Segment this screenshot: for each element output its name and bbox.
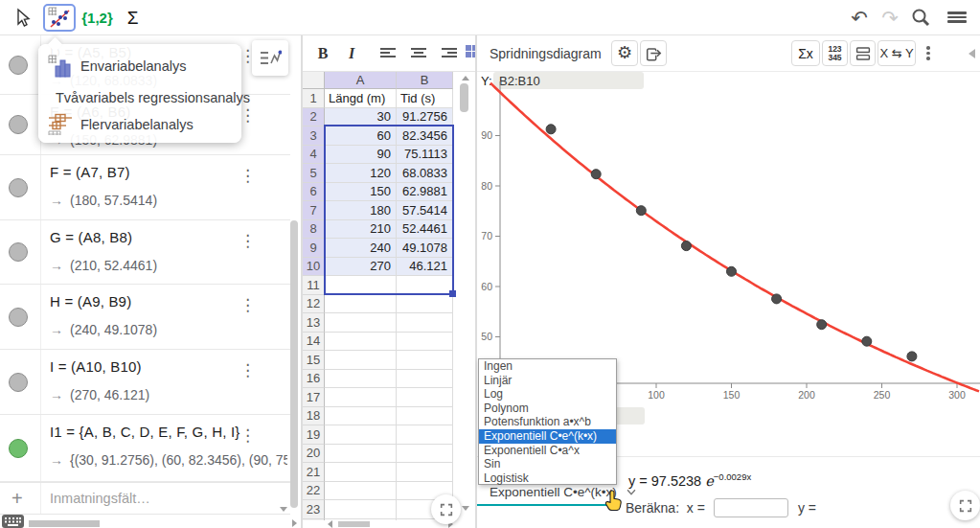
cell-B1[interactable]: Tid (s) bbox=[397, 89, 453, 108]
layout-split-button[interactable] bbox=[850, 40, 876, 66]
cell-A4[interactable]: 90 bbox=[325, 146, 397, 165]
scroll-left-arrow-icon[interactable] bbox=[328, 520, 332, 528]
regression-option[interactable]: Log bbox=[479, 387, 616, 402]
visibility-toggle[interactable] bbox=[9, 373, 28, 392]
cell-A3[interactable]: 60 bbox=[325, 126, 397, 146]
regression-analysis-tool-button[interactable] bbox=[43, 4, 76, 32]
sum-statistics-button[interactable]: Σx bbox=[791, 40, 820, 66]
row-header-7[interactable]: 7 bbox=[303, 201, 325, 220]
cell-A22[interactable] bbox=[325, 482, 397, 501]
scroll-down-arrow-icon[interactable] bbox=[462, 506, 469, 511]
sheet-vertical-scrollbar[interactable] bbox=[460, 83, 468, 112]
regression-option[interactable]: Ingen bbox=[479, 359, 616, 374]
row-header-8[interactable]: 8 bbox=[303, 220, 325, 240]
row-header-15[interactable]: 15 bbox=[303, 351, 325, 370]
cell-B14[interactable] bbox=[397, 333, 453, 352]
regression-option[interactable]: Polynom bbox=[479, 402, 616, 416]
align-right-button[interactable] bbox=[437, 41, 462, 66]
row-header-9[interactable]: 9 bbox=[303, 239, 325, 258]
cell-B20[interactable] bbox=[397, 445, 453, 464]
regression-option[interactable]: Exponentiell C•a^x bbox=[479, 444, 616, 458]
row-header-21[interactable]: 21 bbox=[303, 463, 325, 482]
cell-A10[interactable]: 270 bbox=[325, 258, 397, 277]
cell-B2[interactable]: 91.2756 bbox=[397, 108, 453, 127]
menu-item-one-variable-analysis[interactable]: Envariabelanalys bbox=[38, 50, 241, 82]
more-options-button[interactable] bbox=[920, 40, 937, 66]
cell-A2[interactable]: 30 bbox=[325, 108, 397, 127]
bold-button[interactable]: B bbox=[310, 41, 335, 66]
cell-B6[interactable]: 62.9881 bbox=[397, 183, 453, 202]
column-header-B[interactable]: B bbox=[397, 72, 453, 89]
cell-A8[interactable]: 210 bbox=[325, 220, 397, 240]
row-header-14[interactable]: 14 bbox=[303, 333, 325, 352]
menu-item-multi-variable-analysis[interactable]: Flervariabelanalys bbox=[38, 108, 241, 141]
cell-B3[interactable]: 82.3456 bbox=[397, 126, 453, 146]
cell-B7[interactable]: 57.5414 bbox=[397, 201, 453, 220]
row-header-22[interactable]: 22 bbox=[303, 482, 325, 501]
cell-A17[interactable] bbox=[325, 388, 397, 407]
stats-fullscreen-button[interactable] bbox=[950, 491, 980, 520]
kebab-menu-icon[interactable]: ⋮ bbox=[239, 428, 256, 444]
regression-model-select[interactable]: Exponentiell C•e^(k•x) bbox=[490, 483, 636, 500]
row-header-13[interactable]: 13 bbox=[303, 313, 325, 333]
move-tool-button[interactable] bbox=[7, 4, 37, 32]
algebra-horizontal-scrollbar[interactable] bbox=[29, 520, 100, 527]
list-tool-button[interactable]: {1,2} bbox=[81, 4, 113, 32]
kebab-menu-icon[interactable]: ⋮ bbox=[239, 234, 256, 249]
algebra-input-row[interactable]: + bbox=[0, 482, 290, 515]
cell-A6[interactable]: 150 bbox=[325, 183, 397, 202]
cell-B12[interactable] bbox=[397, 295, 453, 314]
scroll-down-arrow-icon[interactable] bbox=[280, 507, 287, 512]
visibility-toggle[interactable] bbox=[9, 439, 28, 458]
kebab-menu-icon[interactable]: ⋮ bbox=[239, 298, 256, 313]
row-header-18[interactable]: 18 bbox=[303, 407, 325, 426]
row-header-6[interactable]: 6 bbox=[303, 183, 325, 202]
italic-button[interactable]: I bbox=[339, 41, 364, 66]
cell-B17[interactable] bbox=[397, 388, 453, 407]
virtual-keyboard-button[interactable] bbox=[2, 515, 24, 528]
sheet-grid[interactable]: AB1Längd (m)Tid (s)23091.275636082.34564… bbox=[303, 72, 476, 520]
visibility-toggle[interactable] bbox=[9, 115, 28, 134]
row-header-16[interactable]: 16 bbox=[303, 370, 325, 389]
row-header-11[interactable]: 11 bbox=[303, 276, 325, 295]
cell-A19[interactable] bbox=[325, 425, 397, 445]
cell-A20[interactable] bbox=[325, 445, 397, 464]
cell-A7[interactable]: 180 bbox=[325, 201, 397, 220]
main-menu-button[interactable] bbox=[945, 6, 969, 29]
algebra-row-F[interactable]: F = (A7, B7)→(180, 57.5414)⋮ bbox=[0, 155, 290, 220]
row-header-20[interactable]: 20 bbox=[303, 445, 325, 464]
cell-B13[interactable] bbox=[397, 313, 453, 333]
row-header-10[interactable]: 10 bbox=[303, 258, 325, 277]
cell-B9[interactable]: 49.1078 bbox=[397, 239, 453, 258]
cell-A1[interactable]: Längd (m) bbox=[325, 89, 397, 108]
sheet-horizontal-scrollbar[interactable] bbox=[338, 521, 370, 527]
row-header-19[interactable]: 19 bbox=[303, 425, 325, 445]
sheet-fullscreen-button[interactable] bbox=[431, 494, 461, 524]
visibility-toggle[interactable] bbox=[9, 56, 28, 75]
regression-option[interactable]: Potensfunktion a•x^b bbox=[479, 415, 616, 429]
row-header-3[interactable]: 3 bbox=[303, 126, 325, 146]
regression-option[interactable]: Linjär bbox=[479, 374, 616, 388]
cell-B21[interactable] bbox=[397, 463, 453, 482]
row-header-2[interactable]: 2 bbox=[303, 108, 325, 127]
scroll-right-arrow-icon[interactable] bbox=[292, 519, 297, 527]
visibility-toggle[interactable] bbox=[9, 242, 28, 262]
visibility-toggle[interactable] bbox=[9, 308, 28, 327]
cell-A14[interactable] bbox=[325, 333, 397, 352]
align-center-button[interactable] bbox=[406, 41, 431, 66]
align-left-button[interactable] bbox=[376, 41, 400, 66]
cell-A13[interactable] bbox=[325, 313, 397, 333]
regression-option[interactable]: Sin bbox=[479, 457, 616, 471]
rounding-button[interactable]: 123345 bbox=[822, 40, 848, 66]
scroll-up-arrow-icon[interactable] bbox=[462, 76, 469, 80]
cell-A24[interactable] bbox=[325, 519, 397, 521]
row-header-5[interactable]: 5 bbox=[303, 164, 325, 183]
cell-A9[interactable]: 240 bbox=[325, 239, 397, 258]
cell-A5[interactable]: 120 bbox=[325, 164, 397, 183]
algebra-row-I[interactable]: I = (A10, B10)→(270, 46.121)⋮ bbox=[0, 350, 290, 415]
cell-B15[interactable] bbox=[397, 351, 453, 370]
cell-A12[interactable] bbox=[325, 295, 397, 314]
export-button[interactable] bbox=[640, 40, 667, 66]
panel-divider[interactable] bbox=[301, 35, 302, 528]
redo-button[interactable]: ↷ bbox=[877, 6, 902, 29]
